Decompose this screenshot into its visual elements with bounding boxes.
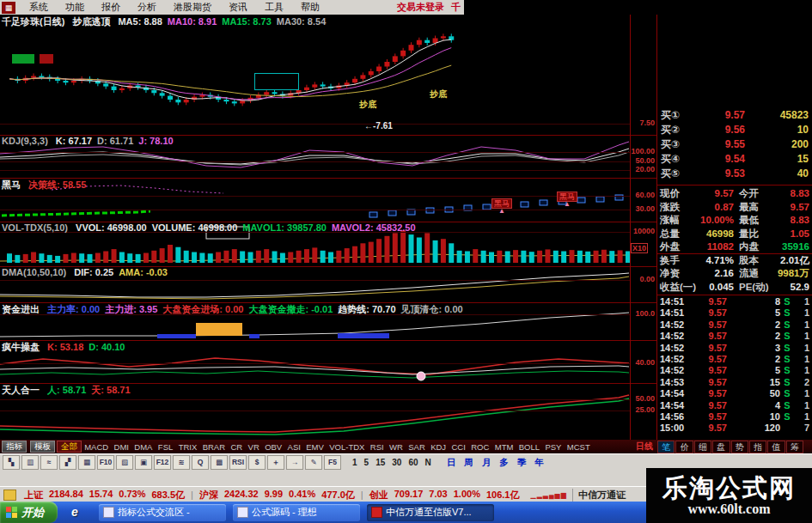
period-cycle-button[interactable]: 月 [478,457,496,469]
toolbar-icon[interactable]: → [286,455,303,470]
period-minutes-button[interactable]: 30 [388,458,405,467]
tick-row[interactable]: 14:52 9.57 2 S 1 [657,354,812,365]
menu-item[interactable]: 帮助 [292,1,328,14]
indicator-tab[interactable]: OBV [262,442,284,452]
taskbar-item[interactable]: 指标公式交流区 - [99,504,226,521]
indicator-tab[interactable]: ASI [284,442,303,452]
indicator-tab[interactable]: 全部 [57,441,82,453]
indicator-tab[interactable]: BRAR [199,442,228,452]
indicator-tab[interactable]: SAR [406,442,428,452]
indicator-tab[interactable]: CCI [449,442,468,452]
tick-row[interactable]: 14:51 9.57 5 S 1 [657,307,812,319]
indicator-tab[interactable]: TRIX [175,442,199,452]
pane-main-candles[interactable]: 千足珍珠(日线) 抄底逃顶 MA5: 8.88MA10: 8.91MA15: 8… [0,15,657,135]
toolbar-icon[interactable]: F12 [154,455,171,470]
tick-row[interactable]: 15:00 9.57 120 7 [657,423,812,434]
quote-tab[interactable]: 笔 [657,441,675,453]
toolbar-icon[interactable]: Q [192,455,209,470]
indicator-tab[interactable]: VOL-TDX [327,442,368,452]
quote-tab[interactable]: 筹 [786,441,803,453]
indicator-tab[interactable]: DMI [111,442,131,452]
toolbar-icon[interactable]: ▥ [21,455,39,470]
indicator-tab[interactable]: PSY [542,442,564,452]
pane-zijin[interactable]: 资金进出 主力率: 0.00主力进: 3.95大盘资金进场: 0.00大盘资金撤… [0,302,657,340]
menu-item[interactable]: 港股期货 [165,1,220,14]
pane-fengniu[interactable]: 疯牛操盘 K: 53.18D: 40.10 [0,340,657,383]
tick-row[interactable]: 14:51 9.57 8 S 1 [657,296,812,307]
tick-row[interactable]: 14:52 9.57 2 S 1 [657,331,812,342]
order-book-row[interactable]: 买① 9.57 45823 [657,108,812,123]
toolbar-icon[interactable]: ＋ [267,455,284,470]
app-icon[interactable]: ▦ [2,2,15,14]
tick-row[interactable]: 14:54 9.57 4 S 1 [657,400,812,411]
indicator-tab[interactable]: RSI [368,442,387,452]
indicator-tab[interactable]: MACD [82,442,111,452]
indicator-tab[interactable]: KDJ [428,442,449,452]
period-cycle-button[interactable]: 多 [495,457,513,469]
period-cycle-button[interactable]: 日 [443,457,461,469]
indicator-tab[interactable]: WR [387,442,406,452]
period-minutes-button[interactable]: 5 [361,458,373,467]
taskbar-item[interactable]: 公式源码 - 理想 [233,504,360,521]
indicator-tab[interactable]: ROC [468,442,492,452]
period-cycle-button[interactable]: 周 [460,457,478,469]
period-minutes-button[interactable]: 1 [349,458,361,467]
period-cycle-button[interactable]: 季 [513,457,531,469]
indicator-tab[interactable]: VR [245,442,262,452]
quick-launch-ie-icon[interactable]: e [66,505,83,520]
toolbar-icon[interactable]: F5 [324,455,341,470]
indicator-tab[interactable]: FSL [156,442,176,452]
order-book-row[interactable]: 买② 9.56 10 [657,123,812,137]
toolbar-icon[interactable]: ▚ [3,455,20,470]
period-minutes-button[interactable]: 60 [405,458,421,467]
indicator-tab[interactable]: EMV [303,442,327,452]
index-hushen[interactable]: 沪深2424.32 9.990.41% 477.0亿 [195,489,359,502]
pane-kdj[interactable]: KDJ(9,3,3) K: 67.17D: 61.71J: 78.10 [0,135,657,178]
menu-item[interactable]: 分析 [129,1,165,14]
toolbar-icon[interactable]: F10 [97,455,114,470]
menu-item[interactable]: 系统 [21,1,57,14]
toolbar-icon[interactable]: ≈ [40,455,58,470]
quote-tab[interactable]: 势 [731,441,748,453]
tick-row[interactable]: 14:56 9.57 10 S 1 [657,411,812,423]
menu-item[interactable]: 资讯 [220,1,256,14]
indicator-tab[interactable]: MCST [565,442,593,452]
menu-item[interactable]: 功能 [57,1,93,14]
indicator-tab[interactable]: DMA [131,442,156,452]
toolbar-icon[interactable]: RSI [229,455,247,470]
indicator-tab[interactable]: MTM [492,442,516,452]
start-button[interactable]: 开始 [0,502,58,523]
period-cycle-button[interactable]: 年 [530,457,548,469]
quote-tab[interactable]: 价 [675,441,693,453]
order-book-row[interactable]: 买⑤ 9.53 40 [657,167,812,181]
trade-login-status[interactable]: 交易未登录 [397,1,444,14]
indicator-tab[interactable]: 指标 [2,441,27,453]
candlestick-chart[interactable] [0,15,630,135]
toolbar-icon[interactable]: $ [248,455,266,470]
tick-row[interactable]: 14:52 9.57 3 S 1 [657,343,812,354]
toolbar-icon[interactable]: ▞ [59,455,76,470]
tick-row[interactable]: 14:54 9.57 50 S 1 [657,388,812,399]
pane-volume[interactable]: VOL-TDX(5,10) VVOL: 46998.00VOLUME: 4699… [0,222,657,266]
toolbar-icon[interactable]: ▧ [116,455,133,470]
order-book-row[interactable]: 买③ 9.55 200 [657,137,812,152]
period-minutes-button[interactable]: N [422,458,435,467]
tick-row[interactable]: 14:53 9.57 15 S 2 [657,377,812,388]
quote-tab[interactable]: 细 [694,441,711,453]
toolbar-icon[interactable]: ✎ [305,455,322,470]
toolbar-icon[interactable]: ▩ [211,455,228,470]
indicator-tab[interactable]: 模板 [30,441,55,453]
taskbar-item[interactable]: 中信万通至信版V7... [367,504,494,521]
folder-icon[interactable] [3,490,16,501]
indicator-tab[interactable]: BOLL [516,442,543,452]
tick-row[interactable]: 14:52 9.57 2 S 1 [657,319,812,331]
pane-dma[interactable]: DMA(10,50,10) DIF: 0.25AMA: -0.03 [0,266,657,302]
toolbar-icon[interactable]: ▦ [78,455,95,470]
index-shanghai[interactable]: 上证2184.84 15.740.73% 683.5亿 [20,489,189,502]
pane-tianren[interactable]: 天人合一 人: 58.71天: 58.71 [0,383,657,440]
toolbar-icon[interactable]: ▣ [135,455,152,470]
period-minutes-button[interactable]: 15 [372,458,388,467]
pane-heima[interactable]: 黑马 决策线: 58.55 黑马 ▲ 黑马 ▲ [0,178,657,222]
quote-tab[interactable]: 值 [767,441,785,453]
indicator-tab[interactable]: CR [228,442,245,452]
